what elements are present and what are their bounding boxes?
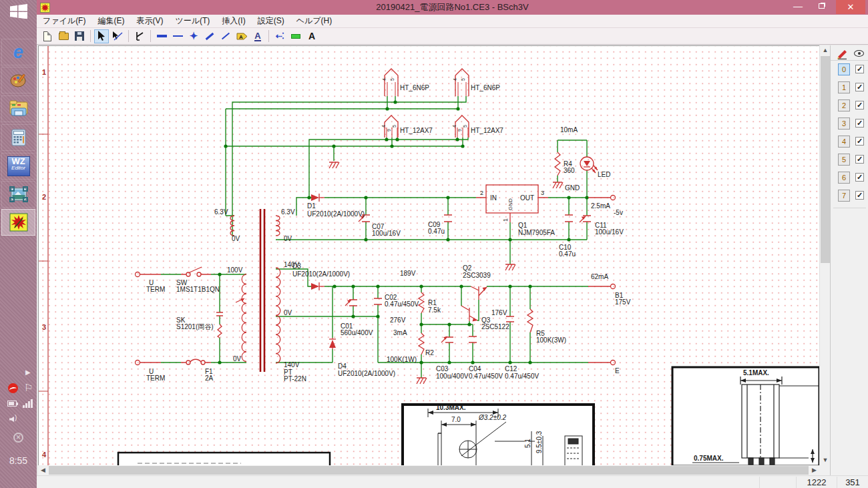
- svg-text:5: 5: [390, 78, 395, 81]
- taskbar-item-photo-viewer[interactable]: [1, 181, 35, 208]
- tray-expand-icon[interactable]: ▶: [25, 369, 31, 376]
- layer-button-5[interactable]: 5: [838, 154, 850, 166]
- tray-battery-icon[interactable]: [7, 401, 17, 407]
- vertical-scrollbar[interactable]: ▲ ▼: [819, 45, 830, 465]
- horizontal-scroll-thumb[interactable]: [49, 466, 809, 475]
- horizontal-scrollbar[interactable]: ◀ ▶: [38, 465, 819, 475]
- dashed-line-tool-button[interactable]: ⇠⁚: [272, 29, 287, 43]
- layer-button-1[interactable]: 1: [838, 81, 850, 93]
- svg-text:5.1: 5.1: [524, 439, 531, 448]
- bus-tool-button[interactable]: [154, 29, 169, 43]
- svg-text:2SC5122: 2SC5122: [481, 323, 509, 330]
- minimize-button[interactable]: —: [788, 0, 808, 14]
- svg-text:HT_12AX7: HT_12AX7: [471, 127, 503, 134]
- menu-view[interactable]: 表示(V): [130, 14, 169, 28]
- svg-text:6.3V: 6.3V: [281, 208, 295, 216]
- close-button[interactable]: ✕: [836, 0, 865, 14]
- svg-text:-5v: -5v: [614, 209, 623, 216]
- svg-text:GND: GND: [565, 184, 580, 192]
- paint-palette-icon: [10, 72, 27, 88]
- layer-visible-checkbox-7[interactable]: ✓: [855, 191, 864, 200]
- svg-text:7.0: 7.0: [451, 416, 461, 423]
- save-button[interactable]: [72, 29, 87, 43]
- tray-volume-icon[interactable]: ): [9, 417, 14, 422]
- bsch3v-window: e: [0, 0, 868, 488]
- taskbar-item-calculator[interactable]: [1, 124, 35, 151]
- new-file-button[interactable]: [40, 29, 55, 43]
- layer-visible-checkbox-2[interactable]: ✓: [855, 101, 864, 109]
- layer-button-6[interactable]: 6: [838, 172, 850, 184]
- svg-text:NJM7905FA: NJM7905FA: [518, 229, 555, 236]
- bus-diagonal-tool-button[interactable]: [202, 29, 217, 43]
- svg-text:UF2010(2A/1000V): UF2010(2A/1000V): [307, 210, 365, 218]
- layer-button-4[interactable]: 4: [838, 136, 850, 148]
- svg-text:1MS1T1B1QN: 1MS1T1B1QN: [176, 286, 220, 293]
- layer-button-3[interactable]: 3: [838, 117, 850, 130]
- taskbar-item-bsch3v[interactable]: [1, 209, 35, 236]
- svg-text:100K(1W): 100K(1W): [387, 356, 417, 363]
- tray-flag-icon[interactable]: ⚐: [24, 382, 33, 394]
- menu-edit[interactable]: 編集(E): [91, 14, 130, 28]
- layer-visible-checkbox-5[interactable]: ✓: [855, 155, 864, 164]
- svg-text:0V: 0V: [233, 355, 242, 362]
- wire-diagonal-tool-button[interactable]: [218, 29, 233, 43]
- junction-tool-button[interactable]: ✦: [186, 29, 201, 43]
- select-tool-button[interactable]: [94, 29, 109, 43]
- vertical-scroll-thumb[interactable]: [821, 56, 830, 263]
- svg-text:4: 4: [381, 125, 386, 128]
- svg-text:100u/400V: 100u/400V: [436, 373, 469, 380]
- tray-sync-icon[interactable]: ✕: [13, 433, 23, 443]
- menu-help[interactable]: ヘルプ(H): [290, 14, 339, 28]
- taskbar-clock[interactable]: 8:55: [0, 455, 37, 466]
- menu-insert[interactable]: 挿入(I): [216, 14, 251, 28]
- layer-visible-checkbox-4[interactable]: ✓: [855, 137, 864, 146]
- net-tool-button[interactable]: [288, 29, 303, 43]
- windows-logo-icon: [9, 4, 28, 19]
- layer-button-0[interactable]: 0: [838, 63, 850, 75]
- svg-text:3mA: 3mA: [393, 329, 407, 336]
- tray-network-icon[interactable]: [23, 398, 33, 408]
- scroll-up-icon[interactable]: ▲: [820, 45, 831, 55]
- wire-tool-button[interactable]: [170, 29, 185, 43]
- scroll-right-icon[interactable]: ▶: [809, 465, 819, 475]
- open-file-button[interactable]: [56, 29, 71, 43]
- svg-text:1: 1: [502, 218, 509, 222]
- junction-icon: ✦: [190, 33, 198, 39]
- layer-visible-checkbox-3[interactable]: ✓: [855, 119, 864, 128]
- layer-visible-checkbox-1[interactable]: ✓: [855, 83, 864, 91]
- svg-text:LED: LED: [598, 171, 610, 178]
- taskbar-item-paint[interactable]: [1, 67, 35, 93]
- start-button[interactable]: [5, 3, 32, 20]
- restore-button[interactable]: [811, 0, 831, 14]
- svg-text:4: 4: [42, 451, 47, 459]
- text-attr-tool-button[interactable]: A: [250, 29, 265, 43]
- block-select-tool-button[interactable]: [110, 29, 125, 43]
- svg-text:OUT: OUT: [520, 194, 534, 202]
- new-file-icon: [43, 31, 51, 41]
- menu-settings[interactable]: 設定(S): [252, 14, 290, 28]
- taskbar-item-file-explorer[interactable]: [1, 95, 35, 122]
- taskbar-item-internet-explorer[interactable]: e: [1, 39, 35, 65]
- scroll-left-icon[interactable]: ◀: [38, 465, 48, 475]
- svg-text:0V: 0V: [284, 235, 292, 242]
- menu-tool[interactable]: ツール(T): [169, 14, 216, 28]
- wires: [161, 96, 588, 378]
- schematic-canvas[interactable]: 1 2 3 4: [38, 45, 819, 465]
- svg-text:IN: IN: [490, 194, 497, 202]
- wire-angle-tool-button[interactable]: [132, 29, 147, 43]
- svg-text:Q1: Q1: [518, 222, 527, 229]
- layer-visible-checkbox-6[interactable]: ✓: [855, 173, 864, 182]
- layer-button-2[interactable]: 2: [838, 99, 850, 111]
- layer-button-7[interactable]: 7: [838, 190, 850, 202]
- taskbar-item-wz-editor[interactable]: WZEditor: [1, 153, 35, 180]
- label-tool-button[interactable]: A: [234, 29, 249, 43]
- titlebar[interactable]: 20190421_電源回路No1.CE3 - BSch3V — ✕: [37, 0, 868, 15]
- scroll-down-icon[interactable]: ▼: [820, 455, 831, 465]
- sheet-border: 1 2 3 4: [39, 46, 48, 465]
- tray-antivirus-icon[interactable]: [8, 383, 18, 393]
- svg-text:5: 5: [392, 125, 397, 128]
- layer-visible-checkbox-0[interactable]: ✓: [855, 65, 864, 73]
- text-tool-button[interactable]: A: [304, 29, 319, 43]
- svg-text:360: 360: [564, 167, 575, 174]
- menu-file[interactable]: ファイル(F): [37, 14, 91, 28]
